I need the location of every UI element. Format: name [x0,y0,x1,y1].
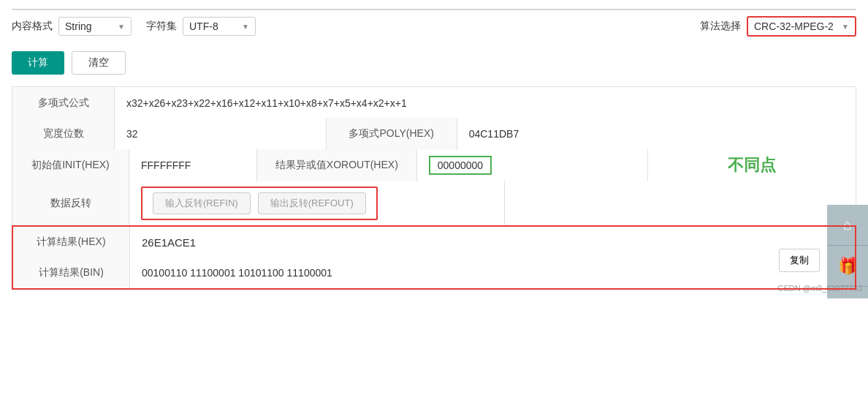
info-rows-container: 多项式公式 x32+x26+x23+x22+x16+x12+x11+x10+x8… [12,86,856,290]
xorout-value: 00000000 [429,156,492,175]
result-bin-value: 00100110 11100001 10101100 11100001 [130,257,855,288]
poly-label: 多项式公式 [12,87,115,118]
algo-label: 算法选择 [700,20,741,33]
init-value: FFFFFFFF [129,149,256,181]
content-format-group: 内容格式 String ▼ [12,17,132,36]
algo-group: 算法选择 CRC-32-MPEG-2 ▼ [700,16,856,37]
width-value: 32 [115,118,326,150]
algo-value: CRC-32-MPEG-2 [754,20,834,32]
reverse-row: 数据反转 输入反转(REFIN) 输出反转(REFOUT) [12,181,856,226]
charset-chevron: ▼ [242,23,249,31]
refout-button[interactable]: 输出反转(REFOUT) [258,192,366,214]
result-bin-label: 计算结果(BIN) [13,257,130,288]
content-format-chevron: ▼ [118,23,125,31]
init-xorout-row: 初始值INIT(HEX) FFFFFFFF 结果异或值XOROUT(HEX) 0… [12,149,856,181]
controls-row: 内容格式 String ▼ 字符集 UTF-8 ▼ 算法选择 CRC-32-MP… [12,10,856,42]
charset-group: 字符集 UTF-8 ▼ [146,17,256,36]
width-poly-row: 宽度位数 32 多项式POLY(HEX) 04C11DB7 [12,118,856,150]
poly-row: 多项式公式 x32+x26+x23+x22+x16+x12+x11+x10+x8… [12,86,856,118]
poly-hex-value: 04C11DB7 [457,118,856,150]
clear-button[interactable]: 清空 [72,51,126,75]
refin-button[interactable]: 输入反转(REFIN) [153,192,251,214]
result-bin-row: 计算结果(BIN) 00100110 11100001 10101100 111… [12,257,856,290]
calc-button[interactable]: 计算 [12,51,64,75]
refin-refout-area: 输入反转(REFIN) 输出反转(REFOUT) [141,187,378,220]
algo-select[interactable]: CRC-32-MPEG-2 ▼ [747,16,856,37]
content-format-value: String [65,20,92,32]
xorout-value-cell: 00000000 [417,149,648,181]
charset-select[interactable]: UTF-8 ▼ [183,17,256,36]
reverse-label: 数据反转 [12,181,129,226]
action-buttons-row: 计算 清空 [12,51,856,75]
result-hex-value: 26E1ACE1 [142,236,196,249]
init-label: 初始值INIT(HEX) [12,149,129,181]
refin-refout-cell: 输入反转(REFIN) 输出反转(REFOUT) [129,181,504,226]
diff-text: 不同点 [647,149,856,181]
charset-value: UTF-8 [189,20,218,32]
result-hex-label: 计算结果(HEX) [13,227,130,257]
result-hex-value-cell: 26E1ACE1 [130,227,504,257]
algo-chevron: ▼ [842,23,849,31]
xorout-label: 结果异或值XOROUT(HEX) [256,149,417,181]
poly-value: x32+x26+x23+x22+x16+x12+x11+x10+x8+x7+x5… [115,87,856,118]
poly-hex-label: 多项式POLY(HEX) [326,118,457,150]
content-format-label: 内容格式 [12,20,53,33]
content-format-select[interactable]: String ▼ [58,17,132,36]
result-hex-row: 计算结果(HEX) 26E1ACE1 [12,225,856,257]
charset-label: 字符集 [146,20,177,33]
width-label: 宽度位数 [12,118,115,150]
